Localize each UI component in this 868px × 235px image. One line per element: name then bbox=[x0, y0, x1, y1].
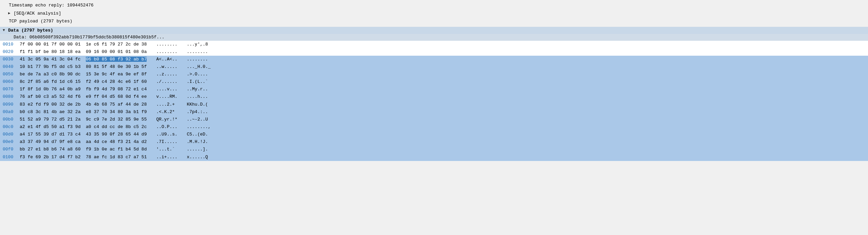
bytes-00e0: a3 37 49 94 d7 9f e8 ca aa 4d ce 48 f3 2… bbox=[17, 139, 149, 145]
data-value-row: Data: 06b08508f392abb710b1779bf5ddc5b380… bbox=[0, 34, 868, 41]
bytes-0020: f1 f1 bf be 80 18 18 ea 09 16 00 00 01 0… bbox=[17, 49, 149, 55]
timestamp-text: Timestamp echo reply: 1094452476 bbox=[8, 2, 94, 9]
ascii-left-0040: ..w..... bbox=[149, 64, 187, 70]
ascii-left-0060: ./...... bbox=[149, 78, 187, 85]
ascii-right-0030: ........ bbox=[187, 56, 224, 63]
bytes-00b0: 51 52 a9 79 72 d5 21 2a 9c c9 7e 2d 32 8… bbox=[17, 116, 149, 123]
ascii-right-0090: KKhu.D.( bbox=[187, 101, 224, 108]
ascii-left-00a0: .<.K.2* bbox=[149, 109, 187, 115]
ascii-right-00b0: ..~-2..U bbox=[187, 116, 224, 123]
bytes-0030: 41 3c 05 9a 41 3c 04 fc 06 b0 85 08 f3 9… bbox=[17, 56, 149, 63]
hex-row-0010: 0010 7f 00 00 01 7f 00 00 01 1e c6 f1 79… bbox=[0, 41, 868, 48]
data-value-text: Data: 06b08508f392abb710b1779bf5ddc5b380… bbox=[14, 35, 165, 40]
ascii-right-0020: ........ bbox=[187, 49, 224, 55]
ascii-left-00f0: '...t.` bbox=[149, 146, 187, 153]
hex-row-0080: 0080 76 af b0 c3 a5 52 4d f6 e9 ff 04 d5… bbox=[0, 93, 868, 101]
ascii-left-00d0: ..U9..s. bbox=[149, 131, 187, 138]
bytes-0080: 76 af b0 c3 a5 52 4d f6 e9 ff 04 d5 68 0… bbox=[17, 93, 149, 100]
offset-00b0: 00b0 bbox=[0, 116, 17, 123]
hex-row-00a0: 00a0 b0 c8 3c 81 4b ae 32 2a e8 37 70 34… bbox=[0, 108, 868, 116]
data-section-label: Data (2797 bytes) bbox=[7, 28, 53, 33]
offset-0090: 0090 bbox=[0, 101, 17, 108]
data-section-header[interactable]: ▼ Data (2797 bytes) bbox=[0, 27, 868, 34]
ascii-left-00c0: ..O.P... bbox=[149, 124, 187, 130]
ascii-right-0040: ..._H.0._ bbox=[187, 64, 224, 70]
hex-row-0070: 0070 1f 8f 1d 0b 76 a4 0b a9 fb f9 4d 79… bbox=[0, 86, 868, 93]
bytes-0070: 1f 8f 1d 0b 76 a4 0b a9 fb f9 4d 79 08 7… bbox=[17, 86, 149, 93]
ascii-left-0100: ..i+.... bbox=[149, 154, 187, 161]
hex-row-00c0: 00c0 a2 e1 4f d5 50 a1 f3 9d a0 c4 dd cc… bbox=[0, 123, 868, 131]
hex-row-00f0: 00f0 bb 27 e1 b8 b6 74 a8 60 f9 1b 0e ac… bbox=[0, 146, 868, 153]
expand-icon[interactable]: ▼ bbox=[3, 28, 7, 32]
hex-row-0040: 0040 10 b1 77 9b f5 dd c5 b3 80 81 5f 48… bbox=[0, 63, 868, 71]
hex-row-0060: 0060 8c 2f 85 a6 fd 1d c6 15 f2 49 c4 28… bbox=[0, 78, 868, 86]
bytes-0050: be de 7a a3 c0 8b 90 dc 15 3e 9c 4f ea 9… bbox=[17, 71, 149, 78]
ascii-right-0080: ....h... bbox=[187, 93, 224, 100]
seq-ack-row[interactable]: ▶ [SEQ/ACK analysis] bbox=[0, 10, 868, 18]
hex-row-0020: 0020 f1 f1 bf be 80 18 18 ea 09 16 00 00… bbox=[0, 48, 868, 56]
offset-0020: 0020 bbox=[0, 49, 17, 55]
offset-00d0: 00d0 bbox=[0, 131, 17, 138]
bytes-0010: 7f 00 00 01 7f 00 00 01 1e c6 f1 79 27 2… bbox=[17, 41, 149, 48]
ascii-right-00f0: ......]. bbox=[187, 146, 224, 153]
bytes-00f0: bb 27 e1 b8 b6 74 a8 60 f9 1b 0e ac f1 b… bbox=[17, 146, 149, 153]
hex-row-0100: 0100 f3 fe 69 2b 17 d4 f7 b2 78 ae fc 1d… bbox=[0, 153, 868, 161]
offset-0070: 0070 bbox=[0, 86, 17, 93]
bytes-00c0: a2 e1 4f d5 50 a1 f3 9d a0 c4 dd cc de 8… bbox=[17, 124, 149, 130]
offset-0010: 0010 bbox=[0, 41, 17, 48]
collapse-icon[interactable]: ▶ bbox=[8, 11, 13, 16]
ascii-right-00c0: ........, bbox=[187, 124, 224, 130]
offset-0080: 0080 bbox=[0, 93, 17, 100]
bytes-0090: 83 e2 fd f9 00 32 de 2b 4b 4b 68 75 af 4… bbox=[17, 101, 149, 108]
ascii-left-0050: ..z..... bbox=[149, 71, 187, 78]
hex-dump-table: 0010 7f 00 00 01 7f 00 00 01 1e c6 f1 79… bbox=[0, 41, 868, 161]
ascii-left-00b0: QR.yr.!* bbox=[149, 116, 187, 123]
ascii-right-0010: ...y',.8 bbox=[187, 41, 224, 48]
timestamp-row: Timestamp echo reply: 1094452476 bbox=[0, 1, 868, 10]
offset-00c0: 00c0 bbox=[0, 124, 17, 130]
seq-ack-text: [SEQ/ACK analysis] bbox=[13, 10, 61, 17]
offset-0060: 0060 bbox=[0, 78, 17, 85]
hex-row-00d0: 00d0 a4 17 55 39 d7 d1 73 c4 43 35 90 0f… bbox=[0, 131, 868, 138]
tcp-payload-text: TCP payload (2797 bytes) bbox=[8, 18, 72, 25]
ascii-right-00a0: .7p4.:.. bbox=[187, 109, 224, 115]
ascii-right-0050: .>.O.... bbox=[187, 71, 224, 78]
ascii-right-00e0: .M.H.!J. bbox=[187, 139, 224, 145]
ascii-right-0060: .I.(L..` bbox=[187, 78, 224, 85]
ascii-left-0090: ....2.+ bbox=[149, 101, 187, 108]
ascii-right-0100: x......Q bbox=[187, 154, 224, 161]
hex-row-00e0: 00e0 a3 37 49 94 d7 9f e8 ca aa 4d ce 48… bbox=[0, 138, 868, 146]
offset-00a0: 00a0 bbox=[0, 109, 17, 115]
bytes-0040: 10 b1 77 9b f5 dd c5 b3 80 81 5f 48 0e 3… bbox=[17, 64, 149, 70]
ascii-left-0030: A<..A<.. bbox=[149, 56, 187, 63]
hex-row-0050: 0050 be de 7a a3 c0 8b 90 dc 15 3e 9c 4f… bbox=[0, 71, 868, 78]
bytes-00d0: a4 17 55 39 d7 d1 73 c4 43 35 90 0f 28 6… bbox=[17, 131, 149, 138]
offset-00e0: 00e0 bbox=[0, 139, 17, 145]
ascii-right-0070: ..My.r.. bbox=[187, 86, 224, 93]
bytes-0060: 8c 2f 85 a6 fd 1d c6 15 f2 49 c4 28 4c e… bbox=[17, 78, 149, 85]
hex-row-0090: 0090 83 e2 fd f9 00 32 de 2b 4b 4b 68 75… bbox=[0, 101, 868, 108]
bytes-0100: f3 fe 69 2b 17 d4 f7 b2 78 ae fc 1d 83 c… bbox=[17, 154, 149, 161]
offset-0030: 0030 bbox=[0, 56, 17, 63]
ascii-left-0070: ....v... bbox=[149, 86, 187, 93]
hex-row-00b0: 00b0 51 52 a9 79 72 d5 21 2a 9c c9 7e 2d… bbox=[0, 116, 868, 123]
offset-0050: 0050 bbox=[0, 71, 17, 78]
ascii-left-0080: v....RM. bbox=[149, 93, 187, 100]
header-section: Timestamp echo reply: 1094452476 ▶ [SEQ/… bbox=[0, 0, 868, 27]
ascii-right-00d0: C5..(eD. bbox=[187, 131, 224, 138]
offset-00f0: 00f0 bbox=[0, 146, 17, 153]
tcp-payload-row: TCP payload (2797 bytes) bbox=[0, 17, 868, 25]
offset-0100: 0100 bbox=[0, 154, 17, 161]
ascii-left-0010: ........ bbox=[149, 41, 187, 48]
ascii-left-00e0: .7I..... bbox=[149, 139, 187, 145]
hex-row-0030: 0030 41 3c 05 9a 41 3c 04 fc 06 b0 85 08… bbox=[0, 56, 868, 63]
bytes-00a0: b0 c8 3c 81 4b ae 32 2a e8 37 70 34 80 3… bbox=[17, 109, 149, 115]
main-container: Timestamp echo reply: 1094452476 ▶ [SEQ/… bbox=[0, 0, 868, 161]
offset-0040: 0040 bbox=[0, 64, 17, 70]
ascii-left-0020: ........ bbox=[149, 49, 187, 55]
